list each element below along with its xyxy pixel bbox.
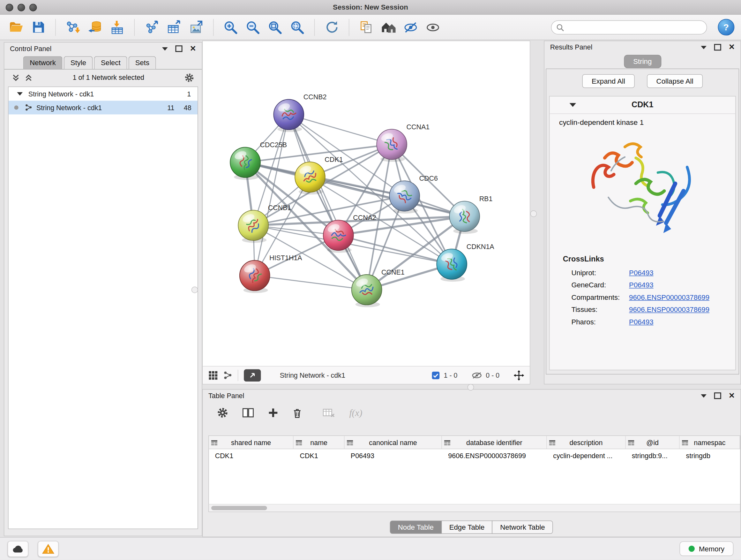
column-header-description[interactable]: description bbox=[547, 436, 625, 449]
collapse-panel-icon[interactable] bbox=[162, 47, 167, 50]
new-network-from-selection-button[interactable] bbox=[142, 17, 161, 37]
float-panel-icon[interactable] bbox=[175, 45, 182, 52]
import-table-file-button[interactable] bbox=[108, 17, 127, 37]
close-window-icon[interactable] bbox=[6, 4, 13, 11]
network-node-RB1[interactable]: RB1 bbox=[449, 195, 492, 234]
hidden-items-icon[interactable] bbox=[472, 371, 482, 379]
crosslink-link[interactable]: P06493 bbox=[629, 281, 654, 289]
cloud-status-button[interactable] bbox=[8, 541, 28, 557]
network-collection-row[interactable]: String Network - cdk1 1 bbox=[9, 87, 198, 101]
crosslink-link[interactable]: 9606.ENSP00000378699 bbox=[629, 305, 710, 313]
close-panel-icon[interactable]: ✕ bbox=[190, 45, 196, 52]
protein-card-header[interactable]: CDK1 bbox=[549, 97, 735, 114]
table-horizontal-scrollbar[interactable] bbox=[209, 504, 740, 512]
title-bar[interactable]: Session: New Session bbox=[0, 0, 741, 15]
network-node-CDC25B[interactable]: CDC25B bbox=[230, 141, 287, 180]
network-edge-CCNB2-CCNA1[interactable] bbox=[289, 115, 392, 144]
zoom-in-button[interactable] bbox=[221, 17, 240, 37]
tab-style[interactable]: Style bbox=[64, 56, 93, 69]
create-column-plus-icon[interactable] bbox=[268, 408, 279, 418]
column-header-shared-name[interactable]: shared name bbox=[209, 436, 294, 449]
function-builder-icon-disabled: f(x) bbox=[349, 408, 362, 418]
copy-document-button[interactable] bbox=[357, 17, 376, 37]
zoom-out-button[interactable] bbox=[244, 17, 262, 37]
zoom-fit-button[interactable] bbox=[266, 17, 284, 37]
close-panel-icon[interactable]: ✕ bbox=[729, 44, 735, 51]
help-button[interactable]: ? bbox=[718, 19, 734, 36]
collapse-all-icon[interactable] bbox=[12, 73, 20, 81]
network-row[interactable]: String Network - cdk1 11 48 bbox=[9, 101, 198, 114]
pan-tool-icon[interactable] bbox=[514, 370, 524, 381]
collapse-panel-icon[interactable] bbox=[701, 46, 706, 49]
expand-all-button[interactable]: Expand All bbox=[582, 74, 634, 88]
tab-sets[interactable]: Sets bbox=[129, 56, 156, 69]
birds-eye-view-button[interactable] bbox=[423, 17, 442, 37]
network-edge-CCNB2-HIST1H1A[interactable] bbox=[255, 115, 289, 275]
column-header-@id[interactable]: @id bbox=[626, 436, 680, 449]
network-canvas[interactable]: CCNB2CCNA1CDC25BCDK1CDC6RB1CCNB1CCNA2CDK… bbox=[203, 41, 530, 366]
tab-node-table[interactable]: Node Table bbox=[390, 520, 442, 534]
network-node-CDKN1A[interactable]: CDKN1A bbox=[436, 243, 494, 282]
network-edge-CCNB2-CCNE1[interactable] bbox=[289, 115, 367, 290]
delete-column-trash-icon[interactable] bbox=[293, 408, 302, 418]
network-node-CCNB2[interactable]: CCNB2 bbox=[273, 93, 327, 132]
minimize-window-icon[interactable] bbox=[17, 4, 25, 11]
collapse-panel-icon[interactable] bbox=[701, 394, 706, 397]
protein-structure-image bbox=[579, 129, 706, 248]
network-overview-icon[interactable] bbox=[223, 371, 232, 380]
network-graph[interactable]: CCNB2CCNA1CDC25BCDK1CDC6RB1CCNB1CCNA2CDK… bbox=[203, 41, 530, 366]
network-collection-label: String Network - cdk1 bbox=[28, 90, 94, 98]
maximize-window-icon[interactable] bbox=[29, 4, 37, 11]
bottom-splitter-handle[interactable] bbox=[468, 384, 474, 390]
zoom-selected-button[interactable] bbox=[288, 17, 307, 37]
import-network-file-button[interactable] bbox=[63, 17, 82, 37]
table-tabs: Node Table Edge Table Network Table bbox=[390, 520, 553, 534]
network-edge-HIST1H1A-CCNE1[interactable] bbox=[255, 275, 367, 290]
network-node-CDK1[interactable]: CDK1 bbox=[295, 156, 343, 194]
crosslink-link[interactable]: P06493 bbox=[629, 317, 654, 325]
network-options-gear-icon[interactable] bbox=[185, 72, 194, 82]
crosslink-link[interactable]: 9606.ENSP00000378699 bbox=[629, 293, 710, 301]
save-session-button[interactable] bbox=[29, 17, 48, 37]
network-node-HIST1H1A[interactable]: HIST1H1A bbox=[240, 254, 302, 293]
close-panel-icon[interactable]: ✕ bbox=[729, 392, 735, 399]
new-table-button[interactable] bbox=[164, 17, 183, 37]
column-header-database-identifier[interactable]: database identifier bbox=[442, 436, 547, 449]
search-input[interactable] bbox=[551, 20, 707, 34]
hide-graphics-details-button[interactable] bbox=[401, 17, 420, 37]
node-label-CDK1: CDK1 bbox=[325, 156, 343, 164]
float-panel-icon[interactable] bbox=[714, 44, 721, 51]
tree-expand-icon[interactable] bbox=[17, 92, 23, 96]
apply-layout-button[interactable] bbox=[322, 17, 341, 37]
grid-view-icon[interactable] bbox=[208, 370, 218, 380]
float-panel-icon[interactable] bbox=[714, 392, 721, 399]
column-header-canonical-name[interactable]: canonical name bbox=[345, 436, 442, 449]
open-session-button[interactable] bbox=[7, 17, 25, 37]
tab-edge-table[interactable]: Edge Table bbox=[441, 520, 492, 534]
show-columns-icon[interactable] bbox=[243, 408, 254, 418]
left-splitter-handle[interactable] bbox=[192, 287, 198, 293]
right-splitter-handle[interactable] bbox=[530, 210, 537, 217]
column-grid-icon bbox=[444, 440, 450, 445]
collapse-all-button[interactable]: Collapse All bbox=[647, 74, 703, 88]
warning-status-button[interactable] bbox=[38, 541, 58, 557]
tab-network-table[interactable]: Network Table bbox=[492, 520, 553, 534]
selected-items-icon[interactable] bbox=[431, 371, 440, 380]
column-grid-icon bbox=[628, 440, 634, 445]
import-network-database-button[interactable] bbox=[85, 17, 105, 37]
tab-string[interactable]: String bbox=[624, 55, 661, 68]
column-header-name[interactable]: name bbox=[293, 436, 344, 449]
table-options-gear-icon[interactable] bbox=[217, 407, 228, 419]
collapse-section-icon[interactable] bbox=[569, 103, 576, 107]
tab-select[interactable]: Select bbox=[94, 56, 127, 69]
scrollbar-thumb[interactable] bbox=[211, 506, 267, 510]
column-header-namespac[interactable]: namespac bbox=[680, 436, 740, 449]
expand-all-icon[interactable] bbox=[24, 73, 32, 81]
export-image-button[interactable] bbox=[187, 17, 205, 37]
memory-button[interactable]: Memory bbox=[679, 542, 733, 556]
crosslink-link[interactable]: P06493 bbox=[629, 268, 654, 276]
open-in-browser-button[interactable] bbox=[244, 369, 261, 381]
home-networks-button[interactable] bbox=[379, 17, 398, 37]
table-row[interactable]: CDK1CDK1P064939606.ENSP00000378699cyclin… bbox=[209, 449, 740, 462]
tab-network[interactable]: Network bbox=[23, 56, 63, 69]
